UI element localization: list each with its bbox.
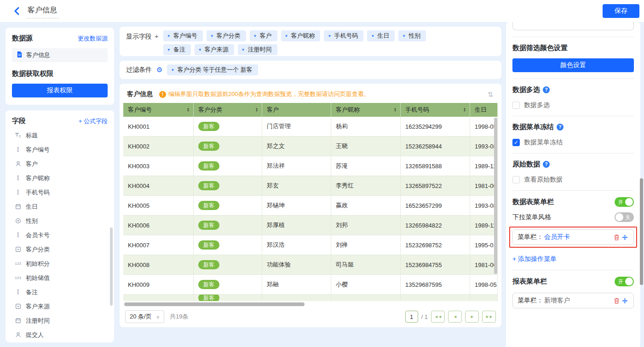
checkbox-checked-icon[interactable]: ✓: [512, 139, 520, 146]
table-menu-toggle[interactable]: 开: [615, 197, 634, 207]
first-page-button[interactable]: ◄◄: [431, 311, 445, 323]
table-row[interactable]: KH0005 新客 郑锡坤 嬴政 16523657299 1993-08: [123, 196, 498, 216]
sort-arrows-icon[interactable]: ▲▼: [255, 108, 258, 112]
freeze-checkbox-row[interactable]: ✓数据菜单冻结: [512, 138, 634, 147]
column-header[interactable]: 客户昵称▲▼: [331, 103, 401, 117]
table-row[interactable]: KH0003 新客 郑法祥 苏漫 13265891588 1989-11: [123, 156, 498, 176]
settings-scrollbar[interactable]: [640, 178, 643, 285]
field-item-remark[interactable]: I备注: [12, 285, 108, 299]
raw-data-checkbox-row[interactable]: 查看原始数据: [512, 176, 634, 184]
report-menu-toggle[interactable]: 开: [615, 277, 634, 286]
field-chip[interactable]: ▼客户: [250, 30, 277, 41]
field-item-title[interactable]: 标题: [12, 128, 108, 142]
prev-page-button[interactable]: ◄: [448, 311, 462, 323]
page-number-input[interactable]: [405, 311, 418, 323]
report-menu-item-value[interactable]: 新增客户: [544, 296, 570, 305]
display-fields-label: 显示字段: [126, 33, 152, 41]
field-item-source[interactable]: 客户来源: [12, 299, 108, 313]
delete-icon[interactable]: [612, 233, 621, 241]
dropdown-style-toggle[interactable]: 关: [615, 212, 634, 222]
next-page-button[interactable]: ►: [465, 311, 479, 323]
report-menu-bar-item[interactable]: 菜单栏： 新增客户: [512, 293, 634, 308]
column-header[interactable]: 客户: [262, 103, 331, 117]
table-vertical-scrollbar[interactable]: [494, 118, 497, 274]
table-row[interactable]: KH0004 新客 郑玄 李秀红 13265897522 1981-06: [123, 176, 498, 196]
sort-arrows-icon[interactable]: ▲▼: [463, 108, 466, 112]
delete-icon[interactable]: [612, 296, 621, 305]
fields-scrollbar[interactable]: [110, 228, 113, 306]
add-action-menu-link[interactable]: + 添加操作菜单: [512, 255, 634, 263]
gear-icon[interactable]: ⚙: [156, 66, 162, 74]
table-row[interactable]: KH0009 新客 郑融 小樱 13529687595 1998-05: [123, 275, 498, 295]
table-header-row: 客户编号▲▼ 客户分类▲▼ 客户 客户昵称▲▼ 手机号码▲▼ 生日: [123, 103, 498, 117]
field-chip[interactable]: ▼注册时间: [238, 44, 277, 55]
help-icon[interactable]: ?: [543, 161, 550, 168]
table-row[interactable]: KH0007 新客 郑汉浩 刘禅 15232698752 1995-01: [123, 235, 498, 255]
sort-tool-icon[interactable]: ⇅: [484, 88, 497, 101]
chevron-down-icon: ▼: [242, 48, 245, 52]
sort-arrows-icon[interactable]: ▲▼: [394, 108, 397, 112]
chevron-down-icon: ▼: [210, 34, 214, 38]
divider: [512, 153, 634, 154]
field-chip[interactable]: ▼备注: [163, 44, 191, 55]
filter-card: 过滤条件 ⚙ ▼客户分类 等于任意一个 新客: [120, 61, 501, 79]
checkbox-unchecked-icon[interactable]: [512, 176, 520, 183]
table-row[interactable]: KH0006 新客 郑厚植 刘邦 13265984822 1989-11: [123, 216, 498, 235]
back-icon[interactable]: [12, 6, 22, 16]
permission-title: 数据获取权限: [12, 69, 108, 78]
menu-bar-item[interactable]: 菜单栏： 会员开卡: [512, 229, 634, 245]
field-item-gender[interactable]: 性别: [12, 214, 108, 228]
column-header[interactable]: 手机号码▲▼: [401, 103, 470, 117]
column-header[interactable]: 客户编号▲▼: [123, 103, 194, 117]
field-item-member-card[interactable]: I会员卡号: [12, 228, 108, 242]
table-horizontal-scrollbar[interactable]: [124, 302, 305, 306]
field-chip[interactable]: ▼客户分类: [207, 30, 246, 41]
field-chip[interactable]: ▼客户来源: [195, 44, 234, 55]
page-size-select[interactable]: 20 条/页 ∨: [125, 310, 164, 323]
category-badge: 新客: [198, 122, 219, 131]
move-icon[interactable]: [621, 296, 629, 305]
data-table: 客户编号▲▼ 客户分类▲▼ 客户 客户昵称▲▼ 手机号码▲▼ 生日 KH0001…: [123, 103, 498, 307]
table-row[interactable]: KH0001 新客 门店管理 杨莉 16235294299 1998-05: [123, 117, 498, 137]
move-icon[interactable]: [621, 233, 629, 241]
column-header[interactable]: 客户分类▲▼: [194, 103, 262, 117]
sort-arrows-icon[interactable]: ▲▼: [187, 108, 190, 112]
field-item-submitter[interactable]: 提交人: [12, 328, 108, 342]
table-row[interactable]: KH0008 新客 功能体验 司马懿 15236984755 1981-06: [123, 255, 498, 275]
save-button[interactable]: 保存: [603, 4, 639, 18]
change-datasource-link[interactable]: 更改数据源: [78, 34, 108, 43]
field-item-customer-id[interactable]: I客户编号: [12, 142, 108, 157]
field-item-nickname[interactable]: I客户昵称: [12, 171, 108, 185]
field-chip[interactable]: ▼生日: [367, 30, 395, 41]
field-item-category[interactable]: 客户分类: [12, 242, 108, 256]
field-chip[interactable]: ▼客户编号: [163, 30, 203, 41]
field-chip[interactable]: ▼客户昵称: [281, 30, 321, 41]
color-settings-button[interactable]: 颜色设置: [512, 58, 634, 72]
category-badge: 新客: [198, 240, 219, 250]
column-header[interactable]: 生日: [470, 103, 498, 117]
table-title: 客户信息: [127, 90, 153, 98]
chevron-down-icon: ▼: [285, 34, 288, 38]
checkbox-unchecked-icon[interactable]: [512, 102, 520, 109]
person-icon: [14, 332, 22, 338]
datasource-item[interactable]: 客户信息: [12, 48, 108, 62]
field-item-phone[interactable]: I手机号码: [12, 185, 108, 199]
table-row[interactable]: KH0002 新客 郑之文 王晓 15236258944 1993-08: [123, 137, 498, 156]
field-chip[interactable]: ▼手机号码: [324, 30, 363, 41]
help-icon[interactable]: ?: [557, 124, 564, 131]
field-item-customer[interactable]: 客户: [12, 157, 108, 171]
menu-item-value[interactable]: 会员开卡: [544, 233, 570, 241]
table-row-partial[interactable]: 新客: [123, 295, 498, 301]
help-icon[interactable]: ?: [543, 86, 550, 93]
field-item-init-balance[interactable]: 123初始储值: [12, 271, 108, 285]
last-page-button[interactable]: ►►: [482, 311, 496, 323]
field-item-birthday[interactable]: 生日: [12, 199, 108, 214]
multiselect-checkbox-row[interactable]: 数据多选: [512, 101, 634, 109]
add-formula-field-link[interactable]: + 公式字段: [79, 117, 108, 125]
field-chip[interactable]: ▼性别: [398, 30, 426, 41]
filter-condition-chip[interactable]: ▼客户分类 等于任意一个 新客: [167, 64, 258, 75]
field-item-register-time[interactable]: 注册时间: [12, 313, 108, 328]
report-permission-button[interactable]: 报表权限: [12, 84, 108, 97]
field-item-init-points[interactable]: 123初始积分: [12, 256, 108, 271]
add-display-field-button[interactable]: +: [155, 32, 159, 40]
